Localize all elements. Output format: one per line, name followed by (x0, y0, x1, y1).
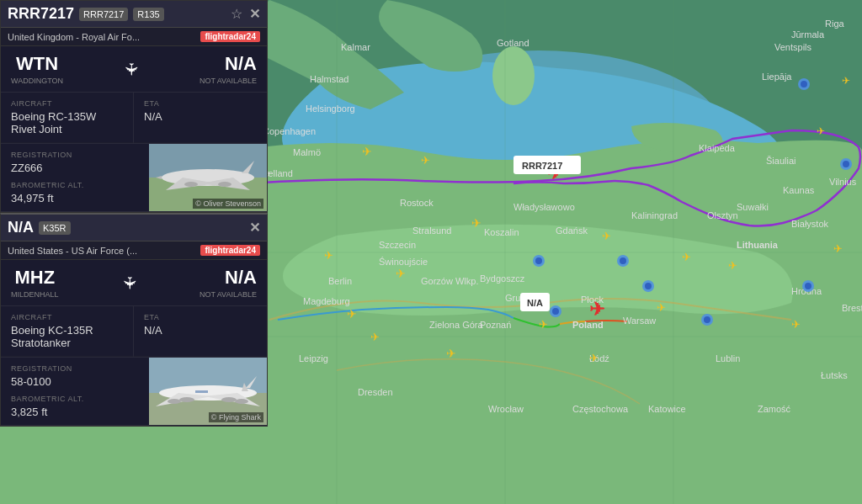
destination-label-1: NOT AVAILABLE (200, 77, 257, 85)
details-grid-1: AIRCRAFT Boeing RC-135W Rivet Joint ETA … (1, 93, 267, 144)
svg-text:Dresden: Dresden (358, 387, 393, 397)
svg-text:Malmö: Malmö (293, 147, 321, 157)
airline-name-2: United States - US Air Force (... (8, 246, 137, 256)
eta-cell-1: ETA N/A (134, 93, 267, 143)
svg-text:Berlin: Berlin (328, 276, 352, 286)
close-button-1[interactable]: ✕ (249, 6, 260, 22)
svg-text:Wrocław: Wrocław (488, 404, 524, 414)
svg-point-87 (843, 161, 849, 167)
svg-text:Poznań: Poznań (480, 320, 511, 330)
svg-point-83 (704, 316, 710, 323)
svg-text:Częstochowa: Częstochowa (572, 404, 629, 414)
svg-rect-110 (195, 390, 208, 393)
svg-text:✈: ✈ (396, 267, 406, 280)
svg-text:RRR7217: RRR7217 (522, 161, 562, 171)
svg-point-79 (645, 283, 652, 289)
panel-2-header-left: N/A K35R (8, 219, 71, 236)
baro-value-1: 34,975 ft (11, 192, 139, 204)
reg-section-2: REGISTRATION 58-0100 BAROMETRIC ALT. 3,8… (1, 358, 149, 425)
reg-section-1: REGISTRATION ZZ666 BAROMETRIC ALT. 34,97… (1, 144, 149, 211)
photo-credit-1: © Oliver Stevenson (193, 199, 263, 209)
svg-text:Zamość: Zamość (758, 404, 791, 414)
svg-point-81 (552, 308, 559, 315)
baro-label-2: BAROMETRIC ALT. (11, 395, 139, 403)
aircraft-label-1: AIRCRAFT (11, 99, 123, 108)
svg-text:Helsingborg: Helsingborg (306, 103, 355, 114)
svg-text:Halmstad: Halmstad (310, 74, 349, 84)
svg-text:Magdeburg: Magdeburg (303, 296, 350, 306)
svg-text:Kaliningrad: Kaliningrad (631, 210, 678, 220)
svg-text:✈: ✈ (791, 318, 801, 331)
destination-2: N/A NOT AVAILABLE (200, 267, 257, 299)
registration-block-1: REGISTRATION ZZ666 (11, 151, 139, 174)
svg-text:Gdańsk: Gdańsk (556, 225, 588, 236)
svg-text:Copenhagen: Copenhagen (263, 126, 316, 136)
flightradar-logo-2: flightradar24 (200, 245, 260, 256)
svg-text:Gorzów Wlkp.: Gorzów Wlkp. (421, 276, 478, 286)
flight-id-1: RRR7217 (8, 5, 74, 23)
svg-text:Brest: Brest (842, 303, 862, 313)
svg-text:Świnoujście: Świnoujście (379, 257, 428, 267)
svg-point-107 (168, 399, 181, 404)
svg-text:Stralsund: Stralsund (412, 225, 451, 236)
svg-text:✈: ✈ (446, 347, 456, 360)
svg-text:Białystok: Białystok (791, 219, 829, 229)
svg-text:Koszalin: Koszalin (484, 227, 519, 237)
main-container: Gotland Ventspils Liepāja Jūrmala Riga H… (0, 0, 862, 504)
svg-text:Suwałki: Suwałki (737, 202, 769, 212)
svg-text:Szczecin: Szczecin (379, 240, 416, 250)
aircraft-value-2: Boeing KC-135R Stratotanker (11, 324, 123, 349)
flight-id-2: N/A (8, 219, 34, 236)
svg-text:Kaunas: Kaunas (783, 185, 815, 195)
svg-text:✈: ✈ (657, 301, 666, 314)
svg-text:✈: ✈ (842, 75, 850, 87)
baro-value-2: 3,825 ft (11, 406, 139, 418)
flight-panels: RRR7217 RRR7217 R135 ☆ ✕ United Kingdom … (0, 0, 268, 427)
panel-1-header-left: RRR7217 RRR7217 R135 (8, 5, 164, 23)
svg-text:✈: ✈ (347, 307, 357, 321)
destination-label-2: NOT AVAILABLE (200, 290, 257, 299)
destination-code-2: N/A (200, 267, 257, 289)
svg-point-77 (620, 257, 626, 264)
plane-icon-1: ✈ (121, 62, 141, 77)
origin-name-2: MILDENHALL (11, 290, 59, 299)
svg-text:✈: ✈ (324, 249, 333, 262)
svg-text:Vilnius: Vilnius (829, 177, 857, 187)
svg-text:✈: ✈ (471, 216, 482, 230)
svg-text:Łutsks: Łutsks (821, 370, 848, 380)
svg-text:Kalmar: Kalmar (341, 42, 370, 52)
route-row-1: WTN WADDINGTON ✈ N/A NOT AVAILABLE (1, 46, 267, 93)
destination-1: N/A NOT AVAILABLE (200, 53, 257, 85)
origin-1: WTN WADDINGTON (11, 53, 63, 85)
svg-text:Władysławowo: Władysławowo (513, 202, 575, 212)
plane-icon-2: ✈ (119, 276, 139, 290)
airline-row-1: United Kingdom - Royal Air Fo... flightr… (1, 28, 267, 46)
origin-name-1: WADDINGTON (11, 77, 63, 85)
photo-credit-2: © Flying Shark (209, 412, 263, 422)
svg-text:✈: ✈ (728, 259, 737, 272)
reg-label-1: REGISTRATION (11, 151, 139, 159)
close-button-2[interactable]: ✕ (249, 220, 260, 236)
star-icon-1[interactable]: ☆ (231, 6, 242, 22)
svg-text:Warsaw: Warsaw (623, 316, 656, 326)
panel-2-header: N/A K35R ✕ (1, 215, 267, 241)
svg-text:Zielona Góra: Zielona Góra (429, 320, 483, 330)
svg-text:Ventspils: Ventspils (774, 42, 812, 52)
svg-text:Lublin: Lublin (716, 353, 740, 363)
aircraft-cell-1: AIRCRAFT Boeing RC-135W Rivet Joint (1, 93, 134, 143)
panel-1-header-right: ☆ ✕ (231, 6, 260, 22)
reg-value-2: 58-0100 (11, 375, 139, 388)
flight-panel-2: N/A K35R ✕ United States - US Air Force … (0, 213, 268, 427)
details-grid-2: AIRCRAFT Boeing KC-135R Stratotanker ETA… (1, 306, 267, 358)
svg-text:Klaipėda: Klaipėda (699, 143, 736, 153)
svg-point-100 (184, 182, 198, 187)
svg-text:✈: ✈ (602, 230, 611, 242)
eta-label-2: ETA (144, 313, 257, 321)
badge-2a: K35R (39, 221, 71, 235)
registration-block-2: REGISTRATION 58-0100 (11, 364, 139, 388)
svg-text:Katowice: Katowice (648, 404, 686, 414)
svg-text:✈: ✈ (589, 299, 605, 320)
svg-text:Olsztyn: Olsztyn (707, 210, 738, 220)
origin-2: MHZ MILDENHALL (11, 267, 59, 299)
svg-point-2 (492, 46, 535, 105)
